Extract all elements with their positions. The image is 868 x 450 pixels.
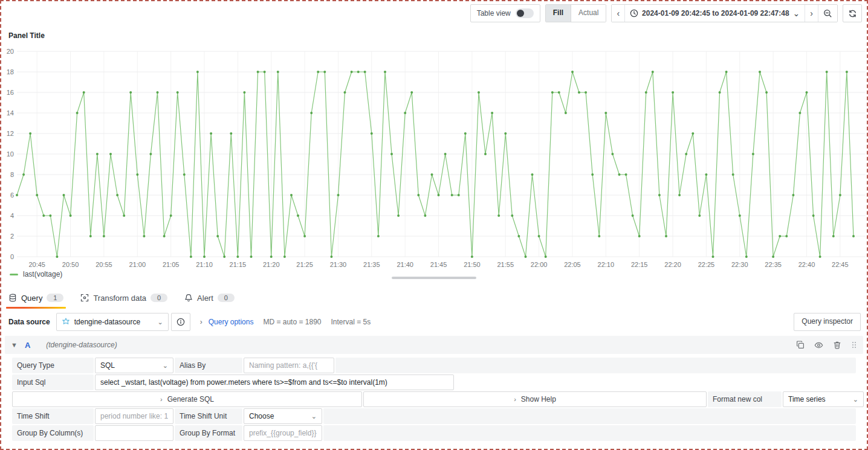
query-type-value: SQL (100, 361, 115, 370)
chevron-right-icon: › (810, 5, 813, 21)
svg-text:6: 6 (10, 191, 14, 199)
group-by-columns-input[interactable] (95, 425, 173, 441)
input-sql-input[interactable] (95, 374, 454, 390)
datasource-picker[interactable]: tdengine-datasource ⌄ (56, 313, 169, 331)
svg-text:22:40: 22:40 (798, 261, 815, 267)
time-range-picker[interactable]: 2024-01-09 20:42:45 to 2024-01-09 22:47:… (624, 5, 805, 22)
time-shift-unit-label: Time Shift Unit (175, 408, 242, 424)
timeseries-chart[interactable]: 0246810121416182020:4520:5020:5521:0021:… (0, 42, 868, 267)
time-shift-unit-select[interactable]: Choose ⌄ (244, 408, 322, 424)
alias-by-input[interactable] (244, 358, 334, 373)
svg-text:21:00: 21:00 (129, 261, 146, 267)
svg-text:12: 12 (7, 130, 14, 137)
show-help-expander[interactable]: › Show Help (363, 391, 707, 407)
format-new-col-label: Format new col (708, 391, 782, 407)
query-inspector-button[interactable]: Query inspector (794, 313, 861, 331)
delete-query-button[interactable] (833, 341, 841, 349)
query-options[interactable]: › Query options MD = auto = 1890 Interva… (200, 318, 371, 326)
time-shift-forward-button[interactable]: › (805, 5, 818, 22)
tab-query[interactable]: Query 1 (8, 289, 63, 307)
transform-icon (80, 294, 89, 302)
svg-text:22:10: 22:10 (598, 261, 615, 267)
tab-alert[interactable]: Alert 0 (184, 289, 235, 307)
chevron-down-icon: ⌄ (793, 5, 800, 21)
query-type-label: Query Type (12, 358, 94, 373)
table-view-switch[interactable] (516, 8, 534, 18)
query-row-actions (796, 341, 857, 350)
time-shift-unit-value: Choose (249, 412, 274, 420)
tab-transform-label: Transform data (93, 294, 146, 303)
query-type-select[interactable]: SQL ⌄ (95, 358, 173, 373)
svg-text:20:55: 20:55 (96, 261, 112, 267)
svg-text:22:45: 22:45 (832, 261, 849, 267)
datasource-value: tdengine-datasource (74, 318, 154, 326)
tab-query-count: 1 (47, 294, 63, 302)
query-ref-label[interactable]: A (25, 341, 30, 350)
duplicate-query-button[interactable] (796, 341, 805, 349)
query-editor-form: Query Type SQL ⌄ Alias By Input Sql › Ge… (5, 354, 863, 441)
tab-transform-data[interactable]: Transform data 0 (80, 289, 167, 307)
svg-text:8: 8 (10, 171, 14, 178)
svg-text:20: 20 (7, 48, 14, 55)
query-options-link[interactable]: Query options (209, 318, 254, 326)
chart-legend[interactable]: last(voltage) (10, 270, 62, 278)
group-by-format-input[interactable] (244, 425, 322, 441)
legend-series-color-icon (10, 274, 18, 275)
show-help-label: Show Help (521, 395, 556, 403)
hide-query-button[interactable] (814, 341, 823, 350)
svg-text:4: 4 (10, 212, 14, 219)
svg-text:22:15: 22:15 (631, 261, 648, 267)
table-view-toggle-group[interactable]: Table view (470, 4, 540, 22)
svg-text:21:35: 21:35 (363, 261, 380, 267)
row-group-by: Group By Column(s) Group By Format (12, 425, 856, 441)
input-sql-label: Input Sql (12, 374, 94, 390)
svg-text:2: 2 (10, 233, 14, 240)
svg-text:22:30: 22:30 (731, 261, 748, 267)
collapse-caret-icon[interactable]: ▼ (11, 341, 18, 349)
row-query-type: Query Type SQL ⌄ Alias By (12, 358, 856, 373)
datasource-row: Data source tdengine-datasource ⌄ › Quer… (8, 313, 861, 331)
svg-text:21:30: 21:30 (330, 261, 347, 267)
bell-icon (184, 294, 193, 302)
tab-alert-count: 0 (218, 294, 235, 302)
drag-handle-icon[interactable] (851, 341, 857, 349)
actual-button[interactable]: Actual (571, 5, 606, 22)
time-shift-back-button[interactable]: ‹ (612, 5, 624, 22)
magnifier-minus-icon (823, 9, 832, 18)
svg-text:21:05: 21:05 (163, 261, 180, 267)
panel-toolbar: Table view Fill Actual ‹ 2024-01-09 20:4… (470, 5, 862, 22)
database-icon (8, 294, 17, 302)
svg-text:22:00: 22:00 (531, 261, 548, 267)
chevron-right-icon: › (160, 396, 163, 403)
datasource-help-button[interactable] (171, 313, 190, 331)
tdengine-logo-icon (62, 318, 70, 326)
format-select[interactable]: Time series ⌄ (783, 391, 864, 407)
svg-text:21:45: 21:45 (430, 261, 447, 267)
time-shift-input[interactable] (95, 408, 173, 424)
chevron-down-icon: ⌄ (311, 413, 317, 420)
generate-sql-expander[interactable]: › Generate SQL (12, 391, 362, 407)
row-filler (335, 358, 856, 373)
alias-by-label: Alias By (175, 358, 242, 373)
query-options-md: MD = auto = 1890 (263, 318, 321, 326)
time-picker-group: ‹ 2024-01-09 20:42:45 to 2024-01-09 22:4… (611, 4, 838, 22)
svg-text:22:05: 22:05 (564, 261, 581, 267)
query-datasource-hint: (tdengine-datasource) (46, 341, 117, 349)
svg-text:20:50: 20:50 (62, 261, 79, 267)
chevron-down-icon: ⌄ (163, 362, 168, 370)
panel-title: Panel Title (8, 31, 45, 40)
fill-button[interactable]: Fill (546, 5, 571, 22)
panel-resize-handle[interactable] (392, 277, 476, 279)
switch-knob-icon (517, 10, 524, 17)
svg-text:20:45: 20:45 (28, 261, 45, 267)
svg-text:14: 14 (7, 109, 14, 117)
group-by-columns-label: Group By Column(s) (12, 425, 94, 441)
query-row-header[interactable]: ▼ A (tdengine-datasource) (5, 336, 863, 354)
chevron-down-icon: ⌄ (157, 318, 163, 326)
refresh-button[interactable] (843, 4, 862, 22)
zoom-out-time-button[interactable] (818, 5, 837, 22)
time-shift-label: Time Shift (12, 408, 94, 424)
svg-text:0: 0 (10, 253, 14, 260)
group-by-format-label: Group By Format (175, 425, 242, 441)
svg-text:16: 16 (7, 89, 14, 96)
